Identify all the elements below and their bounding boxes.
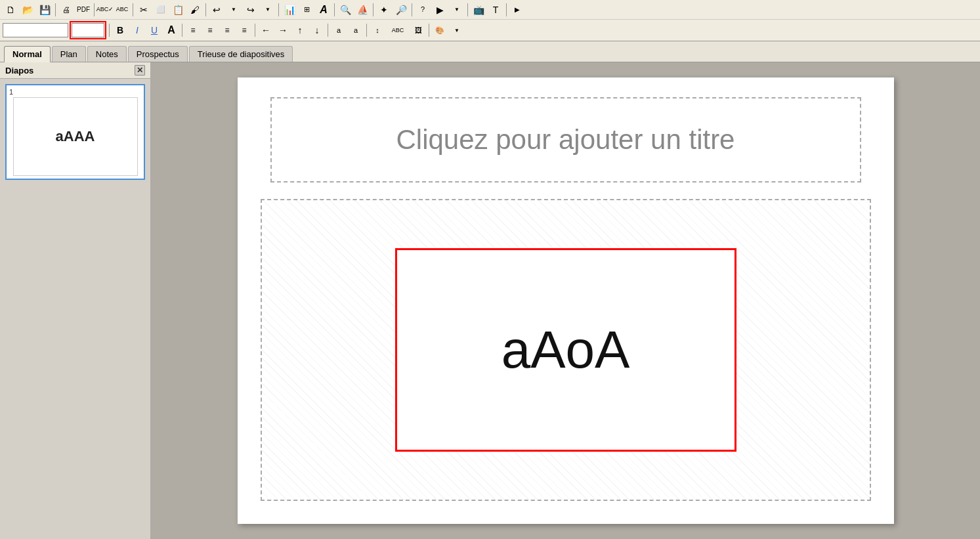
more-button[interactable]: ▶ [509,2,525,18]
toolbar-row2: Arial 96 B I U A ≡ ≡ ≡ ≡ ← → ↑ ↓ a a ↕ A… [0,20,980,41]
separator [467,3,468,16]
find-button[interactable]: 🔍 [337,2,353,18]
slide-preview: aAAA [13,97,138,176]
tab-notes[interactable]: Notes [87,46,127,62]
tab-prospectus[interactable]: Prospectus [128,46,188,62]
tab-normal[interactable]: Normal [4,46,51,62]
save-button[interactable]: 💾 [37,2,53,18]
slide-editor[interactable]: Cliquez pour ajouter un titre aAoA [151,62,980,539]
next-slide-button[interactable]: → [275,22,291,38]
italic-button[interactable]: I [129,22,145,38]
separator [182,24,182,37]
slide-number: 1 [9,88,13,96]
color-button[interactable]: 🎨 [432,22,448,38]
tab-trieuse[interactable]: Trieuse de diapositives [189,46,293,62]
spellcheck-button[interactable]: ABC✓ [97,2,113,18]
navigator-button[interactable]: ⛵ [354,2,370,18]
forward-dropdown[interactable]: ▼ [449,2,465,18]
align-center-button[interactable]: ≡ [202,22,218,38]
align-right-button[interactable]: ≡ [219,22,235,38]
align-left-button[interactable]: ≡ [185,22,201,38]
title-placeholder-text: Cliquez pour ajouter un titre [396,124,735,156]
separator [94,3,95,16]
toolbar-row1: 🗋 📂 💾 🖨 PDF ABC✓ ABC ✂ ⬜ 📋 🖌 ↩ ▼ ↪ ▼ 📊 ⊞… [0,0,980,20]
paste-button[interactable]: 📋 [170,2,186,18]
undo-button[interactable]: ↩ [209,2,224,18]
chart-button[interactable]: 📊 [282,2,297,18]
font-size-input[interactable]: 96 [72,23,104,37]
separator [109,24,110,37]
table-button[interactable]: ⊞ [299,2,314,18]
view-tabs: Normal Plan Notes Prospectus Trieuse de … [0,41,980,62]
separator [255,24,255,37]
new-button[interactable]: 🗋 [3,2,18,18]
sidebar-header: Diapos ✕ [0,62,150,79]
bold-button[interactable]: B [112,22,128,38]
undo-dropdown[interactable]: ▼ [226,2,242,18]
shadow-button[interactable]: A [163,22,179,38]
slide-canvas: Cliquez pour ajouter un titre aAoA [238,77,894,524]
separator [328,24,328,37]
text-box-content: aAoA [501,320,630,380]
separator [506,3,507,16]
underline-button[interactable]: U [146,22,162,38]
slide-thumbnail-1[interactable]: 1 aAAA [5,84,145,180]
clone-format-button[interactable]: 🖌 [187,2,203,18]
text-box-red[interactable]: aAoA [395,248,736,452]
justify-button[interactable]: ≡ [236,22,252,38]
sidebar-close-button[interactable]: ✕ [135,65,145,75]
separator [412,3,412,16]
abc-style-button[interactable]: ABC [387,22,409,38]
char-lower-button[interactable]: a [348,22,364,38]
pdf-button[interactable]: PDF [75,2,91,18]
fontwork-button[interactable]: A [316,2,331,18]
separator [373,3,373,16]
tab-plan[interactable]: Plan [52,46,86,62]
redo-button[interactable]: ↪ [243,2,259,18]
print-button[interactable]: 🖨 [58,2,74,18]
help-button[interactable]: ? [415,2,431,18]
separator [205,3,206,16]
prev-slide-button[interactable]: ← [258,22,274,38]
textbox-button[interactable]: T [488,2,503,18]
styles-button[interactable]: ✦ [376,2,392,18]
redo-dropdown[interactable]: ▼ [260,2,276,18]
forward-button[interactable]: ▶ [432,2,448,18]
content-area[interactable]: aAoA [261,199,871,501]
font-name-input[interactable]: Arial [3,23,68,37]
font-size-container: 96 [70,21,106,39]
line-spacing-button[interactable]: ↕ [370,22,385,38]
insert-pic-button[interactable]: 🖼 [410,22,426,38]
separator [429,24,429,37]
separator [334,3,335,16]
first-slide-button[interactable]: ↑ [292,22,308,38]
display-button[interactable]: 📺 [471,2,486,18]
spellcheck-auto-button[interactable]: ABC [114,2,130,18]
sidebar-content: 1 aAAA [0,79,150,539]
sidebar: Diapos ✕ 1 aAAA [0,62,151,539]
cut-button[interactable]: ✂ [136,2,152,18]
zoom-button[interactable]: 🔎 [393,2,409,18]
open-button[interactable]: 📂 [20,2,35,18]
main-area: Diapos ✕ 1 aAAA Cliquez pour ajouter un … [0,62,980,539]
last-slide-button[interactable]: ↓ [309,22,325,38]
sidebar-title: Diapos [5,66,33,75]
separator [366,24,367,37]
separator [278,3,279,16]
separator [133,3,133,16]
color-dropdown[interactable]: ▼ [449,22,465,38]
char-upper-button[interactable]: a [331,22,347,38]
copy-button[interactable]: ⬜ [153,2,169,18]
title-placeholder[interactable]: Cliquez pour ajouter un titre [270,97,861,183]
separator [55,3,56,16]
